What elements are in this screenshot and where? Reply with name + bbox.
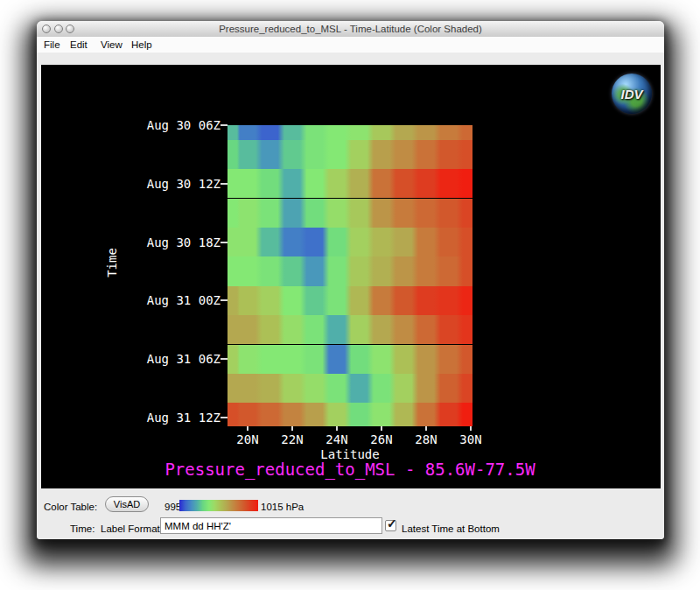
app-window: Pressure_reduced_to_MSL - Time-Latitude … — [37, 21, 664, 539]
color-table-preview — [179, 500, 258, 511]
x-axis-tick — [336, 426, 338, 431]
display-area: IDV Time Latitude Pressure_reduced_to_MS… — [41, 65, 661, 488]
x-tick-label: 20N — [230, 432, 265, 446]
color-table-label: Color Table: — [44, 501, 97, 513]
window-title: Pressure_reduced_to_MSL - Time-Latitude … — [37, 21, 664, 37]
latest-time-checkbox-label: Latest Time at Bottom — [402, 523, 500, 535]
menu-bar: File Edit View Help — [37, 37, 664, 53]
legend-max-label: 1015 hPa — [261, 501, 304, 513]
heatmap-row — [228, 228, 472, 256]
menu-help[interactable]: Help — [131, 37, 152, 53]
x-axis-tick — [425, 426, 427, 431]
x-tick-label: 24N — [319, 432, 354, 446]
y-tick-label: Aug 30 06Z — [147, 118, 220, 132]
menu-edit[interactable]: Edit — [70, 37, 88, 53]
x-axis-tick — [291, 426, 293, 431]
y-tick-label: Aug 31 12Z — [147, 411, 220, 425]
y-tick-label: Aug 31 00Z — [147, 293, 220, 307]
y-axis-tick — [220, 358, 228, 360]
heatmap-row — [228, 315, 472, 344]
latest-time-checkbox[interactable] — [385, 520, 396, 531]
y-axis-tick — [220, 242, 228, 243]
y-axis-tick — [220, 417, 228, 418]
label-format-input[interactable] — [160, 517, 382, 534]
y-axis-tick — [220, 299, 228, 301]
heatmap-row — [228, 286, 472, 315]
x-tick-label: 28N — [409, 432, 444, 446]
x-axis-tick — [247, 426, 248, 431]
heatmap-row — [228, 345, 472, 374]
x-tick-label: 22N — [275, 432, 310, 446]
y-tick-label: Aug 31 06Z — [147, 352, 220, 366]
color-table-button[interactable]: VisAD — [105, 496, 149, 512]
heatmap-row — [228, 374, 472, 403]
heatmap-row — [228, 140, 472, 169]
menu-view[interactable]: View — [101, 37, 122, 53]
heatmap[interactable] — [228, 125, 472, 426]
y-tick-label: Aug 30 12Z — [147, 177, 220, 191]
x-axis-tick — [470, 426, 472, 431]
idv-logo-icon: IDV — [612, 74, 652, 114]
plot-title: Pressure_reduced_to_MSL - 85.6W-77.5W — [41, 460, 659, 479]
y-tick-label: Aug 30 18Z — [147, 235, 220, 249]
heatmap-row — [228, 125, 472, 140]
time-section-label: Time: — [70, 523, 94, 535]
x-axis-tick — [381, 426, 382, 431]
control-panel: Color Table: VisAD 995 1015 hPa Time: La… — [37, 488, 664, 539]
menu-file[interactable]: File — [44, 37, 60, 53]
y-axis-tick — [220, 124, 228, 126]
heatmap-row — [228, 403, 472, 426]
x-tick-label: 30N — [453, 432, 488, 446]
title-bar: Pressure_reduced_to_MSL - Time-Latitude … — [37, 21, 664, 38]
heatmap-row — [228, 199, 472, 228]
heatmap-row — [228, 256, 472, 285]
content-pane: IDV Time Latitude Pressure_reduced_to_MS… — [37, 53, 664, 539]
label-format-label: Label Format: — [101, 523, 163, 535]
x-tick-label: 26N — [364, 432, 399, 446]
heatmap-row — [228, 169, 472, 198]
y-axis-title: Time — [105, 228, 119, 298]
y-axis-tick — [220, 183, 228, 185]
